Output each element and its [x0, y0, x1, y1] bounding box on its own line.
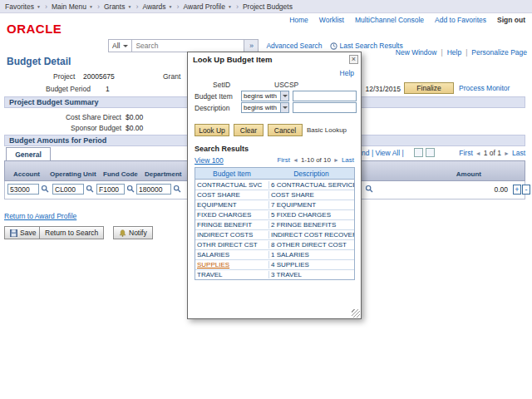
- budget-item-lookup-icon[interactable]: [365, 185, 373, 193]
- fund-code-lookup-icon[interactable]: [126, 185, 135, 193]
- budget-item-link[interactable]: FIXED CHARGES: [195, 211, 268, 219]
- grid-pager-last[interactable]: Last: [512, 149, 525, 157]
- budget-item-link[interactable]: CONTRACTUAL SVC: [195, 181, 268, 189]
- results-body: CONTRACTUAL SVC 6 CONTRACTUAL SERVICES C…: [195, 180, 354, 279]
- grid-pager: First ◄ 1 of 1 ► Last: [459, 149, 525, 157]
- breadcrumb-item[interactable]: Project Budgets: [232, 2, 293, 11]
- grant-label: Grant: [163, 72, 180, 81]
- budget-item-link[interactable]: OTHR DIRECT CST: [195, 241, 268, 249]
- results-header-row: Budget ItemDescription: [195, 168, 354, 180]
- description-operator-select[interactable]: begins with: [241, 102, 289, 113]
- search-scope-value: All: [112, 42, 120, 50]
- budget-period-value: 1: [106, 85, 110, 94]
- project-label: Project: [53, 72, 75, 81]
- header-link[interactable]: Worklist: [319, 16, 344, 24]
- process-monitor-link[interactable]: Process Monitor: [459, 84, 510, 93]
- results-pager: First ◄ 1-10 of 10 ► Last: [277, 156, 354, 164]
- account-field[interactable]: 53000: [7, 184, 39, 195]
- results-row: INDIRECT COSTS INDIRECT COST RECOVERY: [195, 229, 354, 239]
- last-search-results-link[interactable]: Last Search Results: [330, 42, 403, 50]
- results-row: FRINGE BENEFIT 2 FRINGE BENEFITS: [195, 219, 354, 229]
- budget-item-link[interactable]: FRINGE BENEFIT: [195, 221, 268, 229]
- results-row: EQUIPMENT 7 EQUIPMENT: [195, 200, 354, 209]
- results-column-header[interactable]: Budget Item: [195, 170, 268, 178]
- page-bar-link[interactable]: Personalize Page: [461, 48, 527, 57]
- account-lookup-icon[interactable]: [41, 185, 49, 193]
- breadcrumb: FavoritesMain MenuGrantsAwardsAward Prof…: [0, 0, 532, 13]
- save-label: Save: [20, 229, 36, 237]
- page-bar-link[interactable]: New Window: [396, 48, 437, 57]
- cancel-button[interactable]: Cancel: [268, 124, 303, 136]
- save-disk-icon: [10, 229, 17, 237]
- view-100-link[interactable]: View 100: [195, 156, 224, 165]
- advanced-search-link[interactable]: Advanced Search: [266, 42, 322, 50]
- budget-item-description: 2 FRINGE BENEFITS: [268, 221, 354, 229]
- budget-item-link[interactable]: SUPPLIES: [195, 261, 268, 268]
- results-row: SALARIES 1 SALARIES: [195, 249, 354, 259]
- notify-label: Notify: [129, 229, 147, 237]
- lookup-budget-item-modal: Look Up Budget Item × Help SetID USCSP B…: [187, 52, 362, 319]
- budget-item-label: Budget Item: [195, 92, 233, 101]
- global-search-bar: All » Advanced Search Last Search Result…: [108, 39, 403, 52]
- breadcrumb-item[interactable]: Award Profile: [173, 2, 232, 11]
- search-go-button[interactable]: »: [244, 39, 259, 52]
- breadcrumb-item[interactable]: Favorites: [5, 2, 41, 11]
- add-row-button[interactable]: +: [513, 185, 521, 195]
- delete-row-button[interactable]: -: [522, 185, 530, 195]
- breadcrumb-item[interactable]: Grants: [93, 2, 131, 11]
- header-link[interactable]: Home: [289, 16, 308, 24]
- resize-handle-icon[interactable]: [352, 309, 360, 318]
- next-page-icon[interactable]: ►: [333, 157, 339, 163]
- search-scope-select[interactable]: All: [108, 39, 132, 52]
- amount-value[interactable]: 0.00: [494, 185, 508, 194]
- tab-general[interactable]: General: [6, 147, 51, 161]
- fund-code-field[interactable]: F1000: [96, 184, 125, 195]
- modal-help-link[interactable]: Help: [340, 69, 354, 77]
- breadcrumb-item[interactable]: Main Menu: [41, 2, 93, 11]
- breadcrumb-item[interactable]: Awards: [131, 2, 172, 11]
- results-pager-first[interactable]: First: [277, 156, 290, 164]
- grid-zoom-icon[interactable]: [414, 148, 423, 157]
- budget-item-input[interactable]: [293, 91, 357, 101]
- save-button[interactable]: Save: [4, 226, 42, 239]
- operating-unit-field[interactable]: CL000: [52, 184, 84, 195]
- look-up-button[interactable]: Look Up: [195, 124, 229, 136]
- grid-pager-range: 1 of 1: [484, 149, 501, 157]
- results-column-header[interactable]: Description: [268, 170, 354, 178]
- find-view-all-links[interactable]: Find | View All |: [356, 149, 404, 157]
- next-page-icon[interactable]: ►: [504, 150, 510, 156]
- return-to-search-button[interactable]: Return to Search: [39, 226, 104, 239]
- grid-column-header-amount: Amount: [456, 170, 481, 178]
- budget-item-link[interactable]: TRAVEL: [195, 271, 268, 278]
- header-link[interactable]: Sign out: [497, 16, 525, 24]
- finalize-button[interactable]: Finalize: [404, 82, 454, 94]
- page-title: Budget Detail: [7, 56, 71, 67]
- header-link[interactable]: MultiChannel Console: [355, 16, 424, 24]
- return-to-award-profile-link[interactable]: Return to Award Profile: [4, 212, 76, 221]
- download-icon[interactable]: [426, 148, 435, 157]
- description-input[interactable]: [293, 102, 357, 113]
- department-lookup-icon[interactable]: [173, 185, 181, 193]
- setid-label: SetID: [213, 81, 230, 89]
- results-pager-last[interactable]: Last: [342, 156, 354, 164]
- header: ORACLE HomeWorklistMultiChannel ConsoleA…: [0, 13, 532, 47]
- return-to-search-label: Return to Search: [45, 229, 98, 237]
- clear-button[interactable]: Clear: [234, 124, 264, 136]
- prev-page-icon[interactable]: ◄: [293, 157, 298, 163]
- prev-page-icon[interactable]: ◄: [475, 150, 481, 156]
- budget-item-link[interactable]: EQUIPMENT: [195, 201, 268, 209]
- budget-item-operator-select[interactable]: begins with: [241, 91, 289, 101]
- basic-lookup-link[interactable]: Basic Lookup: [307, 126, 347, 134]
- notify-button[interactable]: Notify: [113, 226, 153, 239]
- page-bar-link[interactable]: Help: [436, 48, 461, 57]
- close-icon[interactable]: ×: [349, 55, 358, 64]
- clock-icon: [330, 42, 337, 50]
- global-search-input[interactable]: [132, 39, 244, 52]
- grid-pager-first[interactable]: First: [459, 149, 473, 157]
- budget-item-link[interactable]: INDIRECT COSTS: [195, 231, 268, 239]
- budget-item-link[interactable]: SALARIES: [195, 251, 268, 259]
- operating-unit-lookup-icon[interactable]: [86, 185, 94, 193]
- budget-item-link[interactable]: COST SHARE: [195, 191, 268, 199]
- header-link[interactable]: Add to Favorites: [435, 16, 486, 24]
- department-field[interactable]: 180000: [136, 184, 171, 195]
